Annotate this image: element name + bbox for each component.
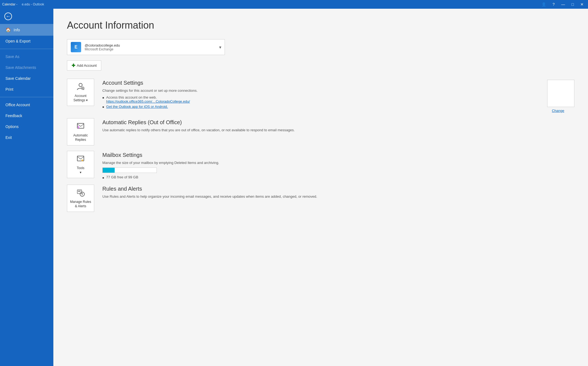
sidebar-item-exit[interactable]: Exit	[0, 132, 53, 143]
list-item-web-access: ■ Access this account on the web. https:…	[102, 95, 542, 103]
back-icon: ←	[4, 13, 12, 20]
account-type: Microsoft Exchange	[85, 47, 219, 51]
back-button[interactable]: ←	[0, 9, 53, 24]
mailbox-settings-card: Tools▾ Mailbox Settings Manage the size …	[67, 151, 574, 179]
mailbox-settings-content: Mailbox Settings Manage the size of your…	[102, 151, 574, 179]
title-bar-subtitle: e.edu - Outlook	[22, 2, 44, 6]
account-settings-icon-label: AccountSettings ▾	[74, 94, 88, 102]
sidebar-item-office-account[interactable]: Office Account	[0, 99, 53, 110]
mailbox-settings-icon-box[interactable]: Tools▾	[67, 151, 94, 178]
maximize-button[interactable]: □	[569, 1, 576, 8]
account-image-placeholder	[547, 80, 574, 107]
sidebar-item-save-attachments-label: Save Attachments	[5, 65, 36, 70]
mailbox-settings-icon-label: Tools▾	[77, 166, 84, 175]
close-button[interactable]: ✕	[578, 1, 586, 8]
automatic-replies-icon-label: AutomaticReplies	[73, 133, 88, 142]
title-bar-icons: 👤 ? — □ ✕	[539, 1, 586, 8]
profile-icon[interactable]: 👤	[539, 1, 548, 8]
storage-text: ■ 77 GB free of 99 GB	[102, 175, 574, 179]
automatic-replies-card: AutomaticReplies Automatic Replies (Out …	[67, 118, 574, 145]
sidebar-item-info[interactable]: 🏠 Info	[0, 24, 53, 36]
sidebar-item-save-attachments: Save Attachments	[0, 62, 53, 73]
automatic-replies-desc: Use automatic replies to notify others t…	[102, 128, 574, 133]
sidebar-item-open-export-label: Open & Export	[5, 39, 30, 43]
sidebar-divider-2	[0, 97, 53, 97]
content-area: Account Information E @coloradocollege.e…	[53, 9, 588, 366]
sidebar-item-options-label: Options	[5, 124, 19, 129]
sidebar-item-save-as: Save As	[0, 51, 53, 62]
exchange-logo: E	[71, 42, 81, 52]
automatic-replies-icon	[76, 122, 85, 132]
sidebar-item-info-label: Info	[14, 28, 20, 32]
minimize-button[interactable]: —	[559, 1, 567, 8]
sidebar-item-exit-label: Exit	[5, 135, 12, 140]
account-settings-right: Change	[542, 80, 574, 113]
sidebar-item-feedback-label: Feedback	[5, 114, 22, 118]
sidebar-item-office-account-label: Office Account	[5, 103, 30, 107]
help-icon[interactable]: ?	[550, 1, 557, 8]
account-settings-icon-box[interactable]: AccountSettings ▾	[67, 79, 94, 106]
rules-alerts-title: Rules and Alerts	[102, 186, 574, 192]
account-settings-title: Account Settings	[102, 80, 542, 86]
add-account-button[interactable]: ✚ Add Account	[67, 60, 101, 71]
account-settings-text: Account Settings Change settings for thi…	[102, 80, 542, 110]
storage-bar-container	[102, 167, 157, 173]
sidebar-item-feedback[interactable]: Feedback	[0, 110, 53, 121]
bullet-icon: ■	[102, 96, 104, 99]
add-account-label: Add Account	[77, 63, 97, 68]
title-bar-app-name: Calendar -	[2, 2, 17, 6]
rules-alerts-icon	[76, 188, 85, 199]
sidebar-item-print-label: Print	[5, 87, 13, 91]
mailbox-settings-title: Mailbox Settings	[102, 152, 574, 158]
mailbox-settings-icon	[76, 154, 85, 165]
sidebar-item-save-calendar[interactable]: Save Calendar	[0, 73, 53, 84]
change-link[interactable]: Change	[552, 109, 564, 113]
list-item-mobile-app: ■ Get the Outlook app for iOS or Android…	[102, 105, 542, 109]
rules-alerts-card: Manage Rules& Alerts Rules and Alerts Us…	[67, 185, 574, 212]
sidebar-item-save-calendar-label: Save Calendar	[5, 76, 31, 81]
web-access-text: Access this account on the web. https://…	[106, 95, 190, 103]
mobile-app-link[interactable]: Get the Outlook app for iOS or Android.	[106, 105, 168, 109]
bullet-icon-2: ■	[102, 105, 104, 108]
account-settings-list: ■ Access this account on the web. https:…	[102, 95, 542, 109]
exchange-icon: E	[71, 42, 81, 53]
home-icon: 🏠	[5, 27, 11, 32]
sidebar-item-print[interactable]: Print	[0, 84, 53, 95]
title-bar: Calendar - e.edu - Outlook 👤 ? — □ ✕	[0, 0, 588, 9]
outlook-web-link[interactable]: https://outlook.office365.com/…ColoradoC…	[106, 99, 190, 103]
account-settings-icon	[76, 82, 85, 93]
account-info: @coloradocollege.edu Microsoft Exchange	[85, 43, 219, 51]
app-container: ← 🏠 Info Open & Export Save As Save Atta…	[0, 9, 588, 366]
rules-alerts-content: Rules and Alerts Use Rules and Alerts to…	[102, 185, 574, 201]
sidebar-divider-1	[0, 49, 53, 49]
automatic-replies-content: Automatic Replies (Out of Office) Use au…	[102, 118, 574, 135]
rules-alerts-icon-box[interactable]: Manage Rules& Alerts	[67, 185, 94, 212]
mailbox-settings-desc: Manage the size of your mailbox by empty…	[102, 160, 574, 165]
account-settings-desc: Change settings for this account or set …	[102, 88, 542, 93]
automatic-replies-icon-box[interactable]: AutomaticReplies	[67, 118, 94, 145]
storage-amount: 77 GB free of 99 GB	[106, 175, 138, 179]
sidebar-item-save-as-label: Save As	[5, 54, 19, 59]
automatic-replies-title: Automatic Replies (Out of Office)	[102, 119, 574, 126]
sidebar: ← 🏠 Info Open & Export Save As Save Atta…	[0, 9, 53, 366]
account-settings-content: Account Settings Change settings for thi…	[102, 79, 574, 113]
rules-alerts-icon-label: Manage Rules& Alerts	[70, 200, 91, 208]
account-email: @coloradocollege.edu	[85, 43, 219, 47]
sidebar-nav: 🏠 Info Open & Export Save As Save Attach…	[0, 24, 53, 366]
svg-rect-3	[77, 156, 84, 161]
dropdown-arrow-icon: ▾	[219, 45, 221, 50]
account-settings-row: Account Settings Change settings for thi…	[102, 80, 574, 113]
sidebar-item-open-export[interactable]: Open & Export	[0, 36, 53, 47]
storage-bar-fill	[103, 168, 115, 173]
storage-bullet: ■	[102, 176, 104, 179]
account-selector[interactable]: E @coloradocollege.edu Microsoft Exchang…	[67, 39, 225, 55]
sidebar-item-options[interactable]: Options ➔	[0, 121, 53, 132]
title-bar-center: Calendar - e.edu - Outlook	[2, 2, 44, 6]
svg-point-0	[79, 83, 82, 87]
plus-icon: ✚	[72, 63, 75, 68]
account-settings-card: AccountSettings ▾ Account Settings Chang…	[67, 79, 574, 113]
rules-alerts-desc: Use Rules and Alerts to help organize yo…	[102, 194, 574, 199]
page-title: Account Information	[67, 20, 574, 31]
